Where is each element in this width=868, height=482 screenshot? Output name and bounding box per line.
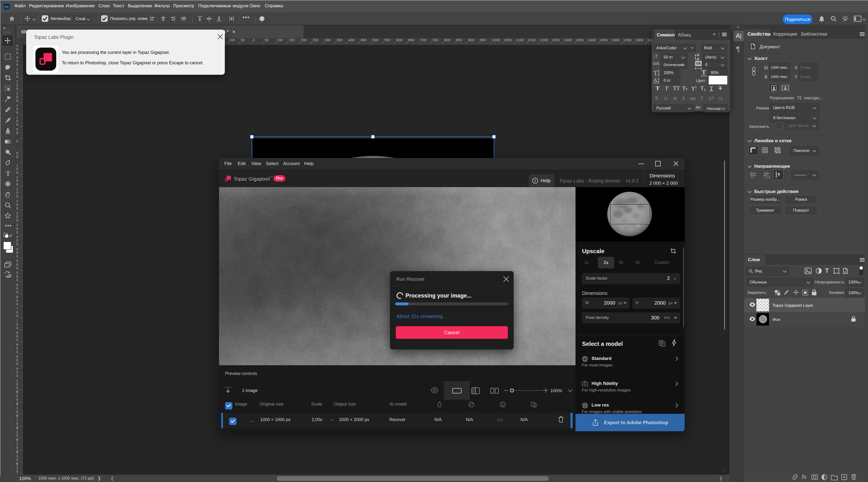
svg-text:0: 0 bbox=[16, 131, 18, 135]
svg-text:Ps: Ps bbox=[5, 5, 8, 9]
svg-text:0: 0 bbox=[16, 194, 18, 198]
svg-text:0: 0 bbox=[16, 182, 18, 187]
svg-text:1000: 1000 bbox=[492, 38, 500, 42]
svg-text:1250: 1250 bbox=[552, 38, 560, 42]
svg-text:100: 100 bbox=[229, 38, 235, 42]
svg-text:0: 0 bbox=[16, 87, 18, 91]
svg-text:50: 50 bbox=[265, 38, 269, 42]
svg-text:T: T bbox=[702, 69, 706, 76]
svg-text:0: 0 bbox=[16, 338, 18, 342]
svg-text:1400: 1400 bbox=[587, 38, 595, 42]
svg-text:0: 0 bbox=[16, 218, 18, 222]
svg-text:1550: 1550 bbox=[623, 38, 631, 42]
svg-text:650: 650 bbox=[408, 38, 414, 42]
svg-text:550: 550 bbox=[384, 38, 390, 42]
svg-text:0: 0 bbox=[16, 170, 18, 174]
svg-text:1150: 1150 bbox=[528, 38, 535, 42]
svg-text:500: 500 bbox=[372, 38, 378, 42]
svg-text:0: 0 bbox=[16, 362, 18, 366]
svg-text:0: 0 bbox=[253, 38, 255, 42]
svg-text:0: 0 bbox=[16, 206, 18, 210]
svg-text:0: 0 bbox=[16, 254, 18, 258]
svg-text:0: 0 bbox=[16, 75, 18, 79]
svg-text:1450: 1450 bbox=[599, 38, 608, 42]
svg-text:700: 700 bbox=[420, 38, 426, 42]
svg-text:0: 0 bbox=[16, 242, 18, 246]
svg-text:250: 250 bbox=[313, 38, 319, 42]
svg-text:800: 800 bbox=[444, 38, 450, 42]
svg-text:750: 750 bbox=[432, 38, 438, 42]
svg-text:B: B bbox=[662, 342, 664, 345]
svg-text:200: 200 bbox=[301, 38, 307, 42]
svg-text:T: T bbox=[653, 69, 657, 77]
svg-text:0: 0 bbox=[16, 350, 18, 354]
svg-text:1600: 1600 bbox=[636, 38, 644, 42]
svg-text:1050: 1050 bbox=[504, 38, 512, 42]
svg-text:850: 850 bbox=[456, 38, 462, 42]
svg-text:50: 50 bbox=[241, 38, 245, 42]
svg-text:300: 300 bbox=[324, 38, 331, 42]
svg-text:0: 0 bbox=[16, 290, 18, 294]
svg-text:0: 0 bbox=[16, 154, 18, 159]
svg-text:1100: 1100 bbox=[516, 38, 524, 42]
svg-text:A: A bbox=[653, 77, 657, 83]
svg-text:0: 0 bbox=[16, 110, 18, 115]
svg-text:150: 150 bbox=[289, 38, 295, 42]
svg-text:A: A bbox=[660, 341, 661, 344]
svg-text:0: 0 bbox=[16, 98, 18, 103]
svg-text:950: 950 bbox=[480, 38, 486, 42]
svg-text:100: 100 bbox=[277, 38, 283, 42]
svg-text:a: a bbox=[657, 77, 659, 81]
svg-text:0: 0 bbox=[16, 51, 18, 55]
svg-text:350: 350 bbox=[336, 38, 342, 42]
svg-text:0: 0 bbox=[16, 230, 18, 234]
svg-text:0: 0 bbox=[16, 326, 18, 330]
svg-text:0: 0 bbox=[16, 122, 18, 126]
svg-text:600: 600 bbox=[396, 38, 402, 42]
svg-text:400: 400 bbox=[348, 38, 354, 42]
svg-text:1200: 1200 bbox=[539, 38, 548, 42]
svg-text:0: 0 bbox=[16, 63, 18, 67]
svg-text:0: 0 bbox=[16, 278, 18, 282]
svg-text:0: 0 bbox=[16, 314, 18, 318]
svg-text:450: 450 bbox=[361, 38, 367, 42]
svg-text:T: T bbox=[6, 170, 10, 176]
svg-text:0: 0 bbox=[16, 302, 18, 306]
svg-text:900: 900 bbox=[468, 38, 474, 42]
svg-text:0: 0 bbox=[16, 266, 18, 270]
svg-text:0: 0 bbox=[16, 374, 18, 378]
svg-text:1300: 1300 bbox=[564, 38, 571, 42]
svg-text:0: 0 bbox=[16, 139, 18, 143]
svg-text:1350: 1350 bbox=[576, 38, 584, 42]
svg-text:1500: 1500 bbox=[612, 38, 619, 42]
